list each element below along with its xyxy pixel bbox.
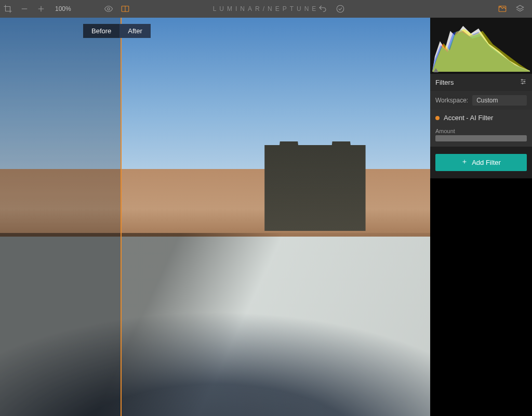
svg-point-5 — [524, 81, 525, 82]
filter-param-amount: Amount — [430, 126, 532, 147]
filter-enabled-dot-icon[interactable] — [435, 116, 440, 120]
workspace-row: Workspace: Custom — [430, 91, 532, 110]
plus-icon — [461, 159, 468, 166]
workspace-label: Workspace: — [435, 97, 468, 104]
svg-point-6 — [522, 83, 523, 84]
history-check-icon[interactable] — [336, 4, 345, 14]
filter-accent-ai: Accent - AI Filter Amount — [430, 110, 532, 147]
panel-empty-area — [430, 178, 532, 416]
zoom-level[interactable]: 100% — [55, 5, 71, 12]
before-region — [0, 18, 121, 416]
histogram-graph — [432, 21, 530, 72]
presets-panel-icon[interactable] — [498, 4, 507, 14]
histogram[interactable] — [430, 18, 532, 74]
svg-point-0 — [108, 8, 110, 10]
zoom-in-button[interactable] — [36, 4, 46, 14]
top-toolbar: 100% LUMINAR/NEPTUNE — [0, 0, 532, 18]
param-label: Amount — [435, 128, 527, 134]
histogram-shadow-clip-icon[interactable] — [433, 68, 438, 72]
add-filter-button[interactable]: Add Filter — [435, 154, 527, 171]
layers-panel-icon[interactable] — [515, 4, 525, 14]
workspace-select[interactable]: Custom — [472, 95, 527, 106]
svg-point-4 — [522, 79, 523, 80]
before-label: Before — [83, 24, 119, 38]
add-filter-label: Add Filter — [472, 159, 501, 166]
amount-slider[interactable] — [435, 135, 527, 141]
crop-icon[interactable] — [3, 4, 12, 14]
right-panel: Filters Workspace: Custom Accent - AI Fi… — [430, 18, 532, 416]
compare-labels: Before After — [83, 24, 151, 38]
after-label: After — [119, 24, 150, 38]
compare-split-icon[interactable] — [121, 4, 130, 14]
filter-name: Accent - AI Filter — [444, 114, 493, 122]
filters-settings-icon[interactable] — [520, 78, 527, 87]
svg-point-2 — [337, 5, 344, 12]
workspace: Before After Filters Workspace: Custom — [0, 18, 532, 416]
preview-eye-icon[interactable] — [104, 4, 113, 14]
filters-header: Filters — [430, 74, 532, 91]
filters-heading: Filters — [435, 79, 454, 86]
compare-slider-handle[interactable] — [121, 18, 122, 416]
filter-title-row[interactable]: Accent - AI Filter — [430, 110, 532, 126]
undo-button[interactable] — [318, 4, 327, 14]
app-title: LUMINAR/NEPTUNE — [0, 5, 532, 12]
canvas-area[interactable]: Before After — [0, 18, 430, 416]
zoom-out-button[interactable] — [20, 4, 29, 14]
